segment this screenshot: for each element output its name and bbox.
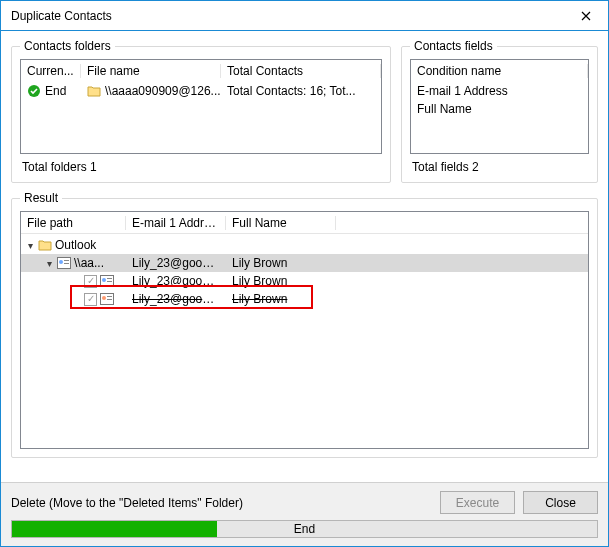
folders-col-filename[interactable]: File name [81,64,221,78]
tree-item-email: Lily_23@google... [126,292,226,306]
fields-list-header: Condition name [411,60,588,82]
contacts-folders-legend: Contacts folders [20,39,115,53]
result-col-name[interactable]: Full Name [226,216,336,230]
result-legend: Result [20,191,62,205]
close-icon[interactable] [563,1,608,30]
delete-action-label: Delete (Move to the "Deleted Items" Fold… [11,496,432,510]
svg-rect-4 [64,263,69,264]
tree-group-name: Lily Brown [226,256,336,270]
fields-item-0: E-mail 1 Address [411,84,588,98]
folder-icon [38,239,52,251]
svg-rect-3 [64,260,69,261]
contacts-fields-group: Contacts fields Condition name E-mail 1 … [401,39,598,183]
tree-item-name: Lily Brown [226,274,336,288]
tree-root-label: Outlook [55,238,96,252]
svg-point-6 [102,278,106,282]
folders-filename-text: \\aaaa090909@126... [105,84,221,98]
title-bar: Duplicate Contacts [1,1,608,31]
contact-card-icon [100,275,114,287]
fields-row[interactable]: E-mail 1 Address [411,82,588,100]
tree-group[interactable]: \\aa... Lily_23@google... Lily Brown [21,254,588,272]
folders-col-current[interactable]: Curren... [21,64,81,78]
close-button[interactable]: Close [523,491,598,514]
contact-card-icon [100,293,114,305]
folder-icon [87,85,101,97]
result-col-email[interactable]: E-mail 1 Address [126,216,226,230]
folders-list-header: Curren... File name Total Contacts [21,60,381,82]
checkbox[interactable] [84,293,97,306]
folders-col-total[interactable]: Total Contacts [221,64,381,78]
svg-rect-11 [107,296,112,297]
fields-col-condition[interactable]: Condition name [411,64,588,78]
folders-list[interactable]: Curren... File name Total Contacts End [20,59,382,154]
result-col-path[interactable]: File path [21,216,126,230]
result-header: File path E-mail 1 Address Full Name [21,212,588,234]
svg-point-10 [102,296,106,300]
fields-item-1: Full Name [411,102,588,116]
svg-point-2 [59,260,63,264]
fields-row[interactable]: Full Name [411,100,588,118]
fields-summary: Total fields 2 [410,154,589,174]
tree-group-email: Lily_23@google... [126,256,226,270]
footer: Delete (Move to the "Deleted Items" Fold… [1,482,608,546]
contacts-folders-group: Contacts folders Curren... File name Tot… [11,39,391,183]
folders-summary: Total folders 1 [20,154,382,174]
progress-bar: End [11,520,598,538]
svg-rect-7 [107,278,112,279]
window-title: Duplicate Contacts [11,9,563,23]
folders-status-text: End [45,84,66,98]
status-ok-icon [27,84,41,98]
fields-list[interactable]: Condition name E-mail 1 Address Full Nam… [410,59,589,154]
tree-group-path: \\aa... [74,256,104,270]
result-group: Result File path E-mail 1 Address Full N… [11,191,598,458]
tree-item[interactable]: Lily_23@google... Lily Brown [21,290,588,308]
folders-total-text: Total Contacts: 16; Tot... [221,84,381,98]
chevron-down-icon[interactable] [44,258,54,269]
tree-root[interactable]: Outlook [21,236,588,254]
tree-item-email: Lily_23@google... [126,274,226,288]
svg-rect-8 [107,281,112,282]
svg-rect-12 [107,299,112,300]
contact-card-icon [57,257,71,269]
execute-button[interactable]: Execute [440,491,515,514]
chevron-down-icon[interactable] [25,240,35,251]
folders-row[interactable]: End \\aaaa090909@126... Total Contacts: … [21,82,381,100]
tree-item-name: Lily Brown [226,292,336,306]
checkbox[interactable] [84,275,97,288]
result-tree[interactable]: File path E-mail 1 Address Full Name Out… [20,211,589,449]
progress-text: End [12,521,597,537]
contacts-fields-legend: Contacts fields [410,39,497,53]
tree-item[interactable]: Lily_23@google... Lily Brown [21,272,588,290]
